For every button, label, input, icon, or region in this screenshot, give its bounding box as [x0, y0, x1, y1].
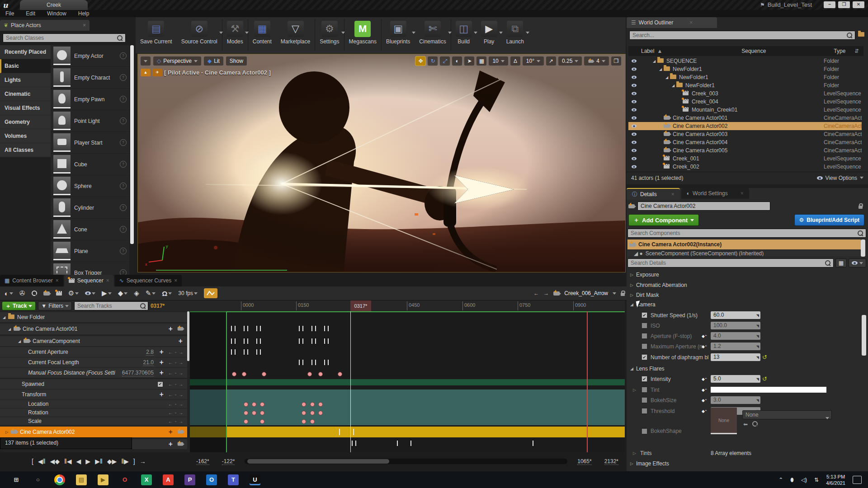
keyframe-dot[interactable] [302, 419, 306, 424]
save-current-button[interactable]: ▤Save Current [136, 17, 177, 45]
rotate-tool-button[interactable]: ↻ [427, 56, 438, 66]
asset-thumbnail[interactable]: None [711, 408, 737, 434]
eject-pilot-button[interactable]: ▲ [141, 69, 151, 76]
keyframe-dot[interactable] [302, 411, 306, 415]
search-tracks-input[interactable]: Search Tracks [74, 301, 148, 310]
property-checkbox[interactable] [642, 343, 648, 350]
keyframe-tick[interactable] [352, 441, 353, 446]
timeline-ruler[interactable]: 00000150045006000750090010500317* [190, 300, 625, 312]
property-checkbox[interactable] [642, 323, 648, 329]
actor-item-cube[interactable]: Cube? [51, 154, 129, 175]
keyframe-dot[interactable] [318, 411, 323, 415]
angle-snap-value[interactable]: 10° [522, 56, 544, 66]
track-rotation[interactable]: Rotation← ◦ → [0, 408, 187, 417]
find-in-content-icon[interactable] [32, 291, 37, 296]
details-scrollbar[interactable] [862, 315, 866, 356]
expander-icon[interactable]: ◢ [659, 67, 664, 71]
actor-item-empty-actor[interactable]: Empty Actor? [51, 45, 129, 67]
reset-to-default-icon[interactable]: ↺ [762, 375, 767, 382]
keyframe-nav-icons[interactable]: ← ◦ → [168, 382, 184, 387]
tab-sequencer-curves[interactable]: ∿ Sequencer Curves× [115, 275, 182, 286]
property-dirt-mask[interactable]: ▷Dirt Mask [627, 290, 862, 300]
keyframe-tick[interactable] [324, 360, 325, 365]
reset-to-default-icon[interactable]: ↺ [762, 354, 767, 361]
blueprints-button[interactable]: ▣Blueprints [382, 17, 415, 45]
keyframe-nav-icons[interactable]: ← ◦ → [168, 371, 184, 375]
outliner-column-header[interactable]: Label ▲ Sequence Type ⇵ [628, 46, 863, 56]
keyframe-dot[interactable] [307, 372, 312, 376]
taskbar-icon-chrome[interactable] [54, 474, 65, 485]
taskbar-icon-excel[interactable]: X [141, 474, 152, 485]
surface-snap-button[interactable]: ➤ [464, 56, 475, 66]
category-cinematic[interactable]: Cinematic [0, 87, 51, 101]
settings-button[interactable]: ⚙Settings [315, 17, 344, 45]
keyframe-tick[interactable] [315, 360, 316, 365]
search-components-input[interactable]: Search Components [627, 229, 866, 238]
keyframe-nav-icons[interactable]: ← ◦ → [168, 392, 184, 397]
outliner-row[interactable]: Creek_001LevelSequence [628, 155, 862, 163]
track-value[interactable]: 6477.370605 [122, 370, 154, 376]
visibility-eye-icon[interactable] [628, 164, 639, 170]
add-section-icon[interactable]: ＋ [167, 325, 174, 333]
megascans-button[interactable]: MMegascans [344, 17, 381, 45]
type-filter-icon[interactable]: ⇵ [854, 48, 859, 54]
current-frame-field[interactable]: 0317* [151, 303, 165, 309]
keyframe-dot[interactable] [260, 411, 264, 415]
keyframe-tick[interactable] [235, 338, 236, 344]
menu-window[interactable]: Window [47, 10, 66, 17]
property-checkbox[interactable]: ✔ [642, 376, 648, 382]
keyframe-tick[interactable] [260, 326, 261, 331]
add-keyframe-icon[interactable]: ◆⁺ [702, 344, 707, 349]
property-value-spinner[interactable]: 60.0 [711, 311, 760, 319]
track-current-focal-length[interactable]: Current Focal Length21.0＋← ◦ → [0, 357, 187, 367]
outliner-row[interactable]: Creek_002LevelSequence [628, 163, 862, 171]
camera-speed-button[interactable]: 4 [584, 56, 609, 66]
outliner-search-input[interactable]: Search... [629, 31, 855, 40]
keyframe-dot[interactable] [252, 411, 256, 415]
expander-icon[interactable]: ◢ [653, 59, 657, 63]
visibility-eye-icon[interactable] [628, 139, 639, 145]
keyframe-tick[interactable] [533, 441, 533, 446]
transport-button-2[interactable]: ◀◆ [50, 458, 60, 465]
add-section-icon[interactable]: ＋ [167, 440, 174, 448]
visibility-eye-icon[interactable] [628, 90, 639, 97]
transport-button-10[interactable]: → [140, 458, 146, 465]
track-value[interactable]: 2.8 [146, 349, 154, 356]
keyframe-tick[interactable] [235, 326, 236, 331]
visibility-eye-icon[interactable] [628, 123, 639, 129]
view-end-field[interactable]: 1065* [577, 458, 591, 465]
property-lens-flares[interactable]: ◢Lens Flares [627, 363, 862, 374]
expander-icon[interactable]: ◢ [8, 327, 14, 331]
category-visual-effects[interactable]: Visual Effects [0, 101, 51, 115]
keyframe-tick[interactable] [231, 338, 232, 344]
camera-cut-track[interactable] [226, 427, 625, 437]
property-camera[interactable]: ◢Camera [627, 299, 862, 310]
property-checkbox[interactable] [642, 397, 648, 404]
camera-cut-tick[interactable] [353, 429, 354, 435]
viewport[interactable]: ◇ Perspective ◆ Lit Show ✥ ↻ ⤢ ◐ ➤ ▦ 10 … [137, 54, 626, 272]
playhead-line[interactable] [350, 311, 351, 452]
add-component-button[interactable]: ＋ Add Component [628, 214, 699, 226]
launch-button[interactable]: ⧉Launch [502, 17, 528, 45]
keyframe-tick[interactable] [247, 338, 248, 344]
visibility-eye-icon[interactable] [628, 147, 639, 154]
visibility-eye-icon[interactable] [628, 66, 639, 72]
pilot-camera-icon[interactable]: ✈ [152, 69, 162, 76]
mic-icon[interactable]: ⬮ [790, 477, 794, 483]
add-keyframe-icon[interactable]: ◆⁺ [702, 334, 707, 338]
keyframe-tick[interactable] [324, 326, 325, 331]
property-checkbox[interactable] [642, 387, 648, 393]
search-classes-input[interactable]: Search Classes [3, 33, 126, 42]
browse-asset-icon[interactable] [752, 421, 758, 427]
property-tints[interactable]: ▷Tints8 Array elements [627, 448, 862, 458]
keyframe-tick[interactable] [311, 338, 312, 344]
expander-icon[interactable]: ◢ [3, 315, 8, 319]
property-chromatic-aberration[interactable]: ▷Chromatic Aberration [627, 280, 862, 290]
playhead-marker[interactable]: 0317* [350, 300, 371, 311]
add-section-icon[interactable]: ＋ [177, 337, 184, 345]
volume-icon[interactable]: ◁) [801, 477, 807, 483]
add-section-icon[interactable]: ＋ [158, 390, 165, 399]
visibility-eye-icon[interactable] [628, 74, 639, 80]
add-keyframe-icon[interactable]: ◆⁺ [702, 388, 707, 392]
track-spawned[interactable]: Spawned✔← ◦ → [0, 379, 187, 389]
